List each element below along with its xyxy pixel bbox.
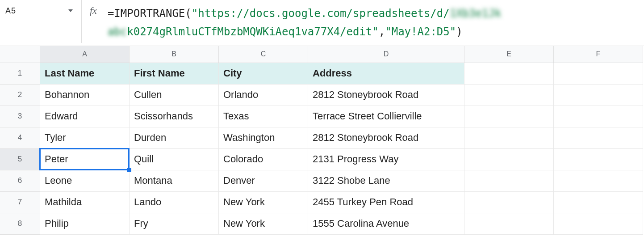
cell-d5[interactable]: 2131 Progress Way xyxy=(308,149,464,170)
spreadsheet-grid: A B C D E F 1 Last Name First Name City … xyxy=(0,46,644,235)
cell-c7[interactable]: New York xyxy=(219,192,308,213)
cell-a6[interactable]: Leone xyxy=(40,170,130,192)
cell-c1[interactable]: City xyxy=(219,63,308,85)
cell-b5[interactable]: Quill xyxy=(130,149,219,170)
cell-f1[interactable] xyxy=(554,63,643,85)
col-header-c[interactable]: C xyxy=(219,46,308,63)
cell-c8[interactable]: New York xyxy=(219,213,308,235)
row-header-8[interactable]: 8 xyxy=(0,213,40,235)
formula-sep: , xyxy=(379,25,385,38)
cell-a5[interactable]: Peter xyxy=(40,149,130,170)
formula-suffix: ) xyxy=(456,25,462,38)
formula-quote: " xyxy=(192,7,198,20)
cell-d8[interactable]: 1555 Carolina Avenue xyxy=(308,213,464,235)
cell-b3[interactable]: Scissorhands xyxy=(130,106,219,127)
fx-icon: fx xyxy=(90,0,97,21)
row-header-6[interactable]: 6 xyxy=(0,170,40,192)
cell-a4[interactable]: Tyler xyxy=(40,127,130,149)
row-header-4[interactable]: 4 xyxy=(0,127,40,149)
cell-d3[interactable]: Terrace Street Collierville xyxy=(308,106,464,127)
formula-url-end: k0274gRlmluCTfMbzbMQWKiAeq1va77X4/edit xyxy=(127,25,372,38)
col-header-a[interactable]: A xyxy=(40,46,130,63)
cell-a8[interactable]: Philip xyxy=(40,213,130,235)
formula-bar: fx =IMPORTRANGE("https://docs.google.com… xyxy=(0,0,644,46)
formula-url-start: https://docs.google.com/spreadsheets/d/ xyxy=(198,7,450,20)
cell-f8[interactable] xyxy=(554,213,643,235)
col-header-e[interactable]: E xyxy=(464,46,554,63)
row-header-7[interactable]: 7 xyxy=(0,192,40,213)
cell-e5[interactable] xyxy=(464,149,554,170)
cell-b8[interactable]: Fry xyxy=(130,213,219,235)
cell-e6[interactable] xyxy=(464,170,554,192)
cell-b1[interactable]: First Name xyxy=(130,63,219,85)
name-box-input[interactable] xyxy=(4,4,30,18)
col-header-f[interactable]: F xyxy=(554,46,643,63)
row-header-5[interactable]: 5 xyxy=(0,149,40,170)
formula-quote3: " xyxy=(385,25,391,38)
formula-fn: =IMPORTRANGE( xyxy=(108,7,192,20)
cell-e4[interactable] xyxy=(464,127,554,149)
fx-label: fx xyxy=(90,5,97,17)
cell-d1[interactable]: Address xyxy=(308,63,464,85)
formula-input[interactable]: =IMPORTRANGE("https://docs.google.com/sp… xyxy=(108,0,644,46)
cell-e1[interactable] xyxy=(464,63,554,85)
cell-e3[interactable] xyxy=(464,106,554,127)
cell-f7[interactable] xyxy=(554,192,643,213)
name-box-dropdown[interactable] xyxy=(66,6,75,15)
cell-f6[interactable] xyxy=(554,170,643,192)
col-header-b[interactable]: B xyxy=(130,46,219,63)
cell-f4[interactable] xyxy=(554,127,643,149)
select-all-corner[interactable] xyxy=(0,46,40,63)
cell-a7[interactable]: Mathilda xyxy=(40,192,130,213)
cell-a3[interactable]: Edward xyxy=(40,106,130,127)
row-header-1[interactable]: 1 xyxy=(0,63,40,85)
cell-e7[interactable] xyxy=(464,192,554,213)
formula-quote4: " xyxy=(450,25,456,38)
cell-d6[interactable]: 3122 Shobe Lane xyxy=(308,170,464,192)
row-header-2[interactable]: 2 xyxy=(0,85,40,106)
cell-c5[interactable]: Colorado xyxy=(219,149,308,170)
cell-f3[interactable] xyxy=(554,106,643,127)
formula-quote2: " xyxy=(372,25,378,38)
formula-range: May!A2:D5 xyxy=(392,25,450,38)
divider xyxy=(81,0,82,43)
cell-e2[interactable] xyxy=(464,85,554,106)
cell-c4[interactable]: Washington xyxy=(219,127,308,149)
cell-b6[interactable]: Montana xyxy=(130,170,219,192)
cell-c6[interactable]: Denver xyxy=(219,170,308,192)
cell-a1[interactable]: Last Name xyxy=(40,63,130,85)
cell-b2[interactable]: Cullen xyxy=(130,85,219,106)
cell-d2[interactable]: 2812 Stoneybrook Road xyxy=(308,85,464,106)
cell-c3[interactable]: Texas xyxy=(219,106,308,127)
cell-d7[interactable]: 2455 Turkey Pen Road xyxy=(308,192,464,213)
cell-e8[interactable] xyxy=(464,213,554,235)
formula-url-blur2: abc xyxy=(108,25,127,38)
cell-f5[interactable] xyxy=(554,149,643,170)
formula-url-blur1: 1Xb3e1Jk xyxy=(450,7,502,20)
cell-d4[interactable]: 2812 Stoneybrook Road xyxy=(308,127,464,149)
name-box-area xyxy=(0,0,75,21)
cell-b7[interactable]: Lando xyxy=(130,192,219,213)
cell-a2[interactable]: Bohannon xyxy=(40,85,130,106)
cell-c2[interactable]: Orlando xyxy=(219,85,308,106)
cell-b4[interactable]: Durden xyxy=(130,127,219,149)
row-header-3[interactable]: 3 xyxy=(0,106,40,127)
col-header-d[interactable]: D xyxy=(308,46,464,63)
cell-f2[interactable] xyxy=(554,85,643,106)
